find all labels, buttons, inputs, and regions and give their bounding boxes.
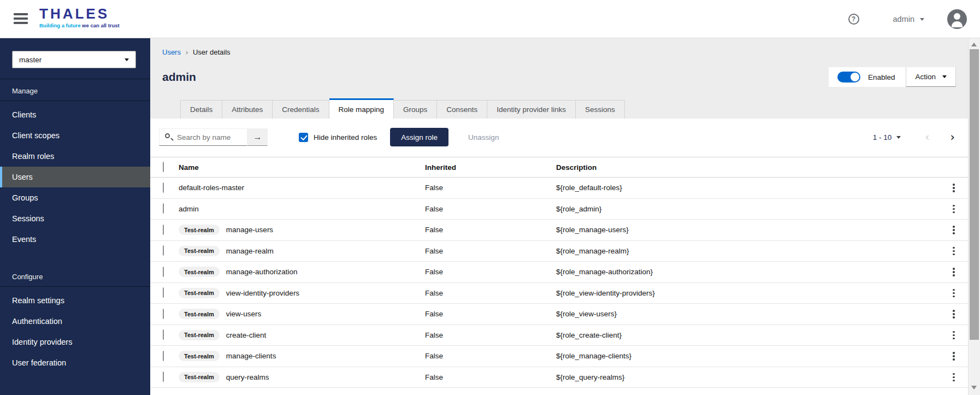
row-kebab-menu-button[interactable] (949, 286, 958, 301)
realm-selector[interactable]: master (12, 51, 136, 68)
row-checkbox[interactable] (163, 309, 164, 319)
tab-details[interactable]: Details (180, 100, 222, 119)
select-all-checkbox[interactable] (163, 162, 164, 172)
row-checkbox[interactable] (163, 267, 164, 277)
row-checkbox[interactable] (163, 287, 164, 298)
pagination: 1 - 10 ‹ › (873, 132, 955, 143)
sidebar-item-label: Client scopes (12, 131, 60, 140)
table-row: Test-realm manage-users False ${role_man… (150, 220, 968, 241)
sidebar-item-clients[interactable]: Clients (0, 104, 150, 125)
sidebar-item-authentication[interactable]: Authentication (0, 311, 150, 332)
tab-label: Groups (403, 105, 427, 114)
search-submit-button[interactable]: → (247, 128, 268, 146)
hamburger-menu-icon[interactable] (14, 13, 28, 24)
vertical-scrollbar[interactable] (968, 38, 980, 395)
sidebar-item-events[interactable]: Events (0, 229, 150, 250)
row-kebab-menu-button[interactable] (949, 306, 958, 322)
tab-groups[interactable]: Groups (394, 100, 437, 119)
role-description: ${role_view-users} (556, 310, 940, 318)
role-mapping-panel: → Hide inherited roles Assign role Unass… (150, 119, 968, 395)
pagination-range-dropdown[interactable]: 1 - 10 (873, 133, 901, 142)
tab-identity-provider-links[interactable]: Identity provider links (487, 100, 576, 119)
role-name: manage-realm (226, 247, 274, 255)
row-checkbox[interactable] (163, 182, 164, 193)
assign-role-button[interactable]: Assign role (390, 128, 448, 146)
scrollbar-down-arrow[interactable] (971, 386, 977, 390)
sidebar-item-label: User federation (12, 358, 66, 367)
realm-badge: Test-realm (179, 351, 220, 361)
pagination-next-button[interactable]: › (951, 132, 955, 143)
tab-consents[interactable]: Consents (437, 100, 487, 119)
sidebar-item-sessions[interactable]: Sessions (0, 208, 150, 229)
row-kebab-menu-button[interactable] (949, 222, 958, 238)
user-avatar-icon[interactable] (947, 9, 967, 29)
scrollbar-up-arrow[interactable] (971, 43, 977, 46)
row-kebab-menu-button[interactable] (949, 264, 958, 280)
row-checkbox[interactable] (163, 351, 164, 361)
top-bar-right: ? admin (848, 0, 967, 38)
row-kebab-menu-button[interactable] (949, 349, 958, 364)
top-bar: THALES Building a future we can all trus… (0, 0, 980, 38)
sidebar-item-groups[interactable]: Groups (0, 187, 150, 208)
brand-tagline: Building a future we can all trust (39, 22, 120, 28)
row-kebab-menu-button[interactable] (949, 180, 958, 196)
role-inherited: False (425, 310, 556, 318)
scrollbar-thumb[interactable] (970, 49, 979, 340)
hide-inherited-checkbox[interactable] (299, 133, 308, 142)
sidebar-item-client-scopes[interactable]: Client scopes (0, 125, 150, 146)
row-checkbox[interactable] (163, 225, 164, 235)
row-checkbox[interactable] (163, 245, 164, 256)
breadcrumb-link-users[interactable]: Users (162, 48, 181, 56)
sidebar-item-label: Clients (12, 110, 36, 119)
role-description: ${role_default-roles} (556, 184, 940, 192)
status-strip: Enabled Action (829, 67, 956, 87)
role-name: admin (179, 205, 199, 213)
sidebar-item-realm-settings[interactable]: Realm settings (0, 290, 150, 311)
row-checkbox[interactable] (163, 329, 164, 340)
row-kebab-menu-button[interactable] (949, 370, 958, 385)
role-name: default-roles-master (179, 184, 244, 192)
table-row: Test-realm view-identity-providers False… (150, 283, 968, 304)
search-group: → (159, 128, 268, 146)
sidebar-section-label: Configure (0, 265, 150, 287)
tab-role-mapping[interactable]: Role mapping (329, 98, 394, 119)
pagination-prev-button[interactable]: ‹ (925, 132, 929, 143)
help-icon[interactable]: ? (848, 14, 859, 25)
role-name: manage-authorization (226, 268, 298, 276)
realm-badge: Test-realm (179, 309, 220, 319)
sidebar-item-users[interactable]: Users (0, 167, 150, 187)
enabled-toggle[interactable] (837, 72, 860, 82)
row-checkbox[interactable] (163, 203, 164, 214)
tab-attributes[interactable]: Attributes (222, 100, 273, 119)
table-row: Test-realm manage-authorization False ${… (150, 262, 968, 283)
role-name: view-users (226, 310, 262, 318)
breadcrumb-separator: › (186, 49, 188, 56)
role-inherited: False (425, 268, 556, 276)
role-description: ${role_view-identity-providers} (556, 289, 940, 297)
sidebar-item-identity-providers[interactable]: Identity providers (0, 332, 150, 352)
tab-sessions[interactable]: Sessions (576, 100, 625, 119)
sidebar-item-user-federation[interactable]: User federation (0, 352, 150, 373)
user-menu[interactable]: admin (893, 15, 925, 23)
role-description: ${role_manage-authorization} (556, 268, 940, 276)
hide-inherited-label: Hide inherited roles (314, 133, 377, 142)
unassign-button[interactable]: Unassign (468, 133, 499, 142)
tab-credentials[interactable]: Credentials (273, 100, 329, 119)
tab-label: Identity provider links (497, 105, 566, 114)
enabled-toggle-label: Enabled (868, 73, 895, 81)
sidebar-item-realm-roles[interactable]: Realm roles (0, 146, 150, 167)
role-inherited: False (425, 247, 556, 255)
row-kebab-menu-button[interactable] (949, 202, 958, 217)
role-description: ${role_manage-clients} (556, 352, 940, 360)
brand-name: THALES (39, 7, 120, 21)
action-dropdown-label: Action (915, 73, 936, 81)
row-kebab-menu-button[interactable] (949, 328, 958, 343)
chevron-down-icon (125, 58, 129, 61)
chevron-down-icon (896, 136, 901, 139)
row-kebab-menu-button[interactable] (949, 244, 958, 259)
row-checkbox[interactable] (163, 372, 164, 382)
action-dropdown[interactable]: Action (906, 67, 956, 87)
nav-item-list: ClientsClient scopesRealm rolesUsersGrou… (0, 104, 150, 250)
search-input[interactable] (159, 128, 247, 146)
realm-badge: Test-realm (179, 288, 220, 298)
